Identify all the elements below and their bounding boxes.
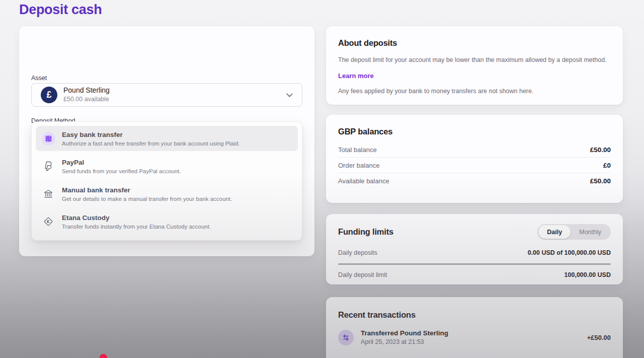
transaction-amount: +£50.00 xyxy=(587,334,611,341)
asset-field-label: Asset xyxy=(31,75,47,82)
balance-value: £0 xyxy=(603,162,611,169)
recent-transactions-title: Recent transactions xyxy=(338,310,611,320)
balance-label: Available balance xyxy=(338,177,389,185)
toggle-monthly[interactable]: Monthly xyxy=(571,225,610,239)
transfer-arrows-icon xyxy=(338,330,354,345)
limit-value: 0.00 USD of 100,000.00 USD xyxy=(528,249,611,256)
asset-select[interactable]: £ Pound Sterling £50.00 available xyxy=(31,83,302,107)
deposit-method-dropdown: Easy bank transfer Authorize a fast and … xyxy=(31,121,302,241)
period-toggle: Daily Monthly xyxy=(537,224,611,240)
option-description: Transfer funds instantly from your Etana… xyxy=(62,224,211,230)
recent-transactions-card: Recent transactions Transferred Pound St… xyxy=(326,297,623,358)
option-etana-custody[interactable]: Etana Custody Transfer funds instantly f… xyxy=(36,209,298,234)
option-description: Authorize a fast and free transfer from … xyxy=(62,140,240,147)
option-description: Get our details to make a manual transfe… xyxy=(62,196,232,202)
limit-row-daily-deposits: Daily deposits 0.00 USD of 100,000.00 US… xyxy=(338,246,611,259)
transaction-texts: Transferred Pound Sterling April 25, 202… xyxy=(361,329,580,346)
limit-row-daily-limit: Daily deposit limit 100,000.00 USD xyxy=(338,268,611,281)
chevron-down-icon xyxy=(286,93,293,97)
about-deposits-text-2: Any fees applied by your bank to money t… xyxy=(338,88,611,95)
asset-name: Pound Sterling xyxy=(63,86,280,95)
record-indicator-dot xyxy=(100,354,107,358)
balance-row-total: Total balance £50.00 xyxy=(338,142,611,158)
about-deposits-text-1: The deposit limit for your account may b… xyxy=(338,56,611,63)
balance-row-order: Order balance £0 xyxy=(338,158,611,173)
option-title: Manual bank transfer xyxy=(62,186,232,195)
option-description: Send funds from your verified PayPal acc… xyxy=(62,168,181,174)
funding-limits-title: Funding limits xyxy=(338,227,393,237)
balance-value: £50.00 xyxy=(590,177,611,185)
balance-value: £50.00 xyxy=(590,146,611,154)
option-easy-bank-transfer[interactable]: Easy bank transfer Authorize a fast and … xyxy=(36,126,298,151)
plaid-icon xyxy=(41,132,56,146)
transaction-row[interactable]: Transferred Pound Sterling April 25, 202… xyxy=(338,329,611,346)
option-manual-bank-transfer[interactable]: Manual bank transfer Get our details to … xyxy=(36,181,298,206)
option-title: Easy bank transfer xyxy=(62,130,240,139)
gbp-balances-title: GBP balances xyxy=(338,127,611,136)
learn-more-link[interactable]: Learn more xyxy=(338,72,374,80)
balances-list: Total balance £50.00 Order balance £0 Av… xyxy=(338,142,611,189)
option-paypal[interactable]: PayPal Send funds from your verified Pay… xyxy=(36,154,298,179)
balance-label: Total balance xyxy=(338,146,377,154)
limit-label: Daily deposit limit xyxy=(338,271,387,278)
pound-coin-icon: £ xyxy=(41,87,57,103)
balance-row-available: Available balance £50.00 xyxy=(338,173,611,189)
bank-icon xyxy=(41,189,56,199)
transaction-title: Transferred Pound Sterling xyxy=(361,329,580,338)
deposit-progress-bar xyxy=(338,263,611,265)
balance-label: Order balance xyxy=(338,162,379,169)
etana-custody-icon xyxy=(41,217,56,227)
about-deposits-title: About deposits xyxy=(338,38,611,48)
transaction-date: April 25, 2023 at 21:53 xyxy=(361,338,580,346)
funding-limits-card: Funding limits Daily Monthly Daily depos… xyxy=(326,214,623,284)
asset-available-balance: £50.00 available xyxy=(63,96,280,104)
gbp-balances-card: GBP balances Total balance £50.00 Order … xyxy=(326,115,623,203)
limit-value: 100,000.00 USD xyxy=(565,271,611,278)
deposit-form-card: Asset £ Pound Sterling £50.00 available … xyxy=(19,26,314,256)
limit-label: Daily deposits xyxy=(338,249,377,256)
toggle-daily[interactable]: Daily xyxy=(538,225,571,239)
about-deposits-card: About deposits The deposit limit for you… xyxy=(326,26,623,105)
option-title: Etana Custody xyxy=(62,213,211,223)
page-title: Deposit cash xyxy=(19,2,102,18)
option-title: PayPal xyxy=(62,158,181,167)
paypal-icon xyxy=(41,161,56,172)
asset-select-texts: Pound Sterling £50.00 available xyxy=(63,86,280,103)
